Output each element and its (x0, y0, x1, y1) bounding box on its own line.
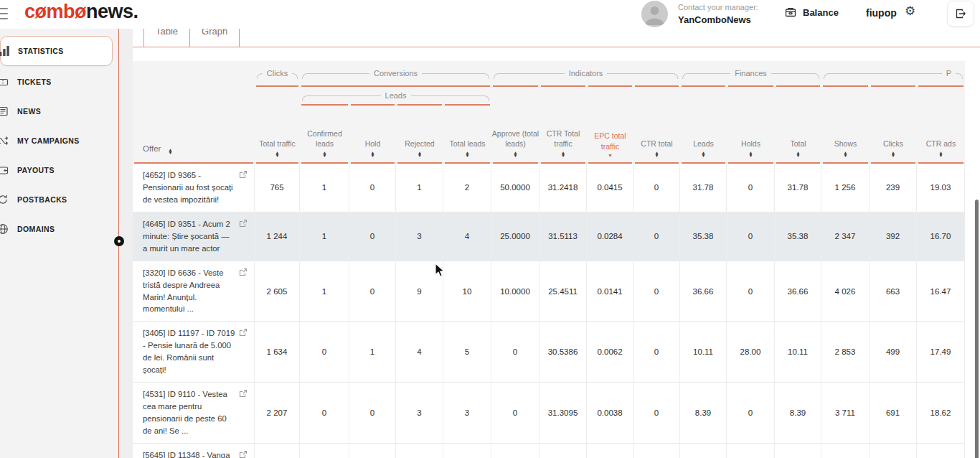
value-cell: 8.39 (680, 383, 727, 443)
offer-title: [4531] ID 9110 - Vestea cea mare pentru … (143, 390, 227, 435)
value-cell: 2 347 (821, 212, 870, 261)
column-header-label: Shows (834, 139, 857, 149)
value-cell: 563 (255, 444, 300, 458)
sort-icon[interactable]: ▲▼ (168, 149, 172, 154)
view-tabs: Table Graph (133, 29, 980, 47)
column-header-leads[interactable]: Leads▲▼ (680, 106, 727, 162)
tab-table[interactable]: Table (143, 29, 190, 47)
column-header-label: Clicks (883, 139, 903, 149)
sort-icon[interactable]: ▲▼ (796, 151, 800, 157)
column-group-finances: Finances (680, 61, 821, 85)
value-cell: 10.11 (680, 322, 727, 382)
column-header-ctr-ads[interactable]: CTR ads▲▼ (917, 106, 965, 162)
value-cell: 25.4511 (540, 261, 587, 322)
table-row[interactable]: [3320] ID 6636 - Veste tristă despre And… (133, 261, 965, 322)
value-cell: 0 (349, 383, 396, 443)
sort-icon[interactable]: ▲▼ (513, 151, 517, 157)
column-header-holds[interactable]: Holds▲▼ (727, 106, 775, 162)
partner-name[interactable]: fiupop (866, 7, 897, 19)
balance-button[interactable]: Balance (784, 6, 839, 19)
tab-graph[interactable]: Graph (190, 29, 240, 47)
sort-icon[interactable]: ▲▼ (748, 151, 753, 157)
table-row[interactable]: [3405] ID 11197 - ID 7019 - Pensie lunar… (133, 322, 965, 383)
column-header-total-leads[interactable]: Total leads▲▼ (443, 106, 491, 162)
offer-title: [4652] ID 9365 - Pensionarii au fost șoc… (143, 171, 233, 204)
value-cell: 2 207 (255, 383, 300, 443)
table-row[interactable]: [4531] ID 9110 - Vestea cea mare pentru … (133, 383, 965, 444)
column-header-label: Total traffic (259, 139, 296, 149)
column-header-epc-total-traffic[interactable]: EPC total traffic▼ (587, 106, 633, 162)
column-header-ctr-total-traffic[interactable]: CTR Total traffic▲▼ (540, 106, 587, 162)
column-header-offer[interactable]: Offer▲▼ (133, 106, 255, 162)
sort-icon[interactable]: ▲▼ (418, 151, 422, 157)
sort-icon[interactable]: ▲▼ (843, 151, 847, 157)
balance-label: Balance (803, 7, 839, 18)
brand-logo-dark: news. (86, 1, 138, 22)
sort-icon[interactable]: ▲▼ (275, 151, 279, 157)
column-header-approve-total-leads[interactable]: Approve (total leads)▲▼ (491, 106, 540, 162)
offer-title: [4645] ID 9351 - Acum 2 minute: Știre șo… (143, 220, 230, 253)
sort-icon[interactable]: ▲▼ (701, 151, 705, 157)
statistics-table: ClicksConversionsIndicatorsFinancesPLead… (133, 61, 965, 458)
external-link-icon[interactable] (239, 328, 248, 337)
value-cell: 1 (300, 212, 349, 261)
external-link-icon[interactable] (239, 450, 248, 458)
sort-icon[interactable]: ▲▼ (891, 151, 895, 157)
column-header-total-traffic[interactable]: Total traffic▲▼ (255, 106, 300, 162)
sidebar-item-tickets[interactable]: TICKETS (0, 67, 118, 96)
value-cell: 15.56 (917, 444, 965, 458)
offer-title: [3405] ID 11197 - ID 7019 - Pensie lunar… (143, 329, 235, 374)
external-link-icon[interactable] (239, 268, 248, 276)
value-cell: 0 (633, 261, 680, 322)
external-link-icon[interactable] (239, 219, 248, 228)
column-header-shows[interactable]: Shows▲▼ (821, 106, 870, 162)
sort-icon[interactable]: ▲▼ (654, 151, 659, 157)
column-header-clicks[interactable]: Clicks▲▼ (870, 106, 917, 162)
sort-icon[interactable]: ▲▼ (370, 151, 374, 157)
sort-icon[interactable]: ▲▼ (465, 151, 469, 157)
column-header-confirmed-leads[interactable]: Confirmed leads▲▼ (300, 106, 349, 162)
value-cell: 0 (491, 322, 540, 382)
offer-cell: [5645] ID 11348 - Vanga a prezis noroc ș… (133, 444, 255, 458)
sort-icon[interactable]: ▼ (608, 154, 613, 157)
value-cell: 0 (633, 164, 680, 212)
vertical-scrollbar[interactable] (975, 200, 979, 458)
logout-button[interactable] (947, 1, 974, 27)
sidebar-item-statistics[interactable]: STATISTICS (0, 36, 113, 66)
table-row[interactable]: [5645] ID 11348 - Vanga a prezis noroc ș… (133, 444, 965, 458)
sidebar-item-payouts[interactable]: PAYOUTS (0, 156, 118, 184)
column-header-rejected[interactable]: Rejected▲▼ (396, 106, 443, 162)
globe-icon (0, 223, 9, 235)
settings-gear-icon[interactable]: ⚙ (905, 4, 915, 19)
table-row[interactable]: [4645] ID 9351 - Acum 2 minute: Știre șo… (133, 212, 965, 261)
table-header: ClicksConversionsIndicatorsFinancesPLead… (133, 61, 965, 164)
sidebar-item-news[interactable]: NEWS (0, 97, 118, 126)
value-cell: 765 (255, 164, 300, 212)
sort-icon[interactable]: ▲▼ (938, 151, 943, 157)
postback-arrow-icon (0, 194, 9, 205)
table-row[interactable]: [4652] ID 9365 - Pensionarii au fost șoc… (133, 164, 965, 212)
sidebar-collapse-toggle[interactable] (114, 236, 124, 246)
value-cell: 0.0037 (587, 444, 633, 458)
value-cell: 0.0062 (587, 322, 633, 382)
column-header-ctr-total[interactable]: CTR total▲▼ (633, 106, 680, 162)
external-link-icon[interactable] (239, 170, 248, 179)
hamburger-menu-icon[interactable] (0, 8, 8, 19)
sidebar-item-domains[interactable]: DOMAINS (0, 215, 118, 243)
value-cell: 0 (349, 212, 396, 261)
value-cell: 239 (870, 164, 917, 212)
logout-icon (954, 7, 967, 20)
brand-logo[interactable]: cømbønews. (24, 1, 138, 23)
value-cell: 4 026 (821, 261, 870, 322)
external-link-icon[interactable] (239, 389, 248, 398)
sort-icon[interactable]: ▲▼ (322, 151, 326, 157)
sidebar-item-my-campaigns[interactable]: MY CAMPAIGNS (0, 126, 118, 155)
column-header-total[interactable]: Total▲▼ (775, 106, 821, 162)
offer-cell: [3320] ID 6636 - Veste tristă despre And… (133, 261, 255, 322)
sidebar-item-postbacks[interactable]: POSTBACKS (0, 185, 118, 214)
column-header-hold[interactable]: Hold▲▼ (349, 106, 396, 162)
value-cell: 0 (727, 212, 775, 261)
sort-icon[interactable]: ▲▼ (561, 151, 565, 157)
header-underline (301, 85, 490, 87)
column-header-label: Leads (693, 139, 714, 149)
